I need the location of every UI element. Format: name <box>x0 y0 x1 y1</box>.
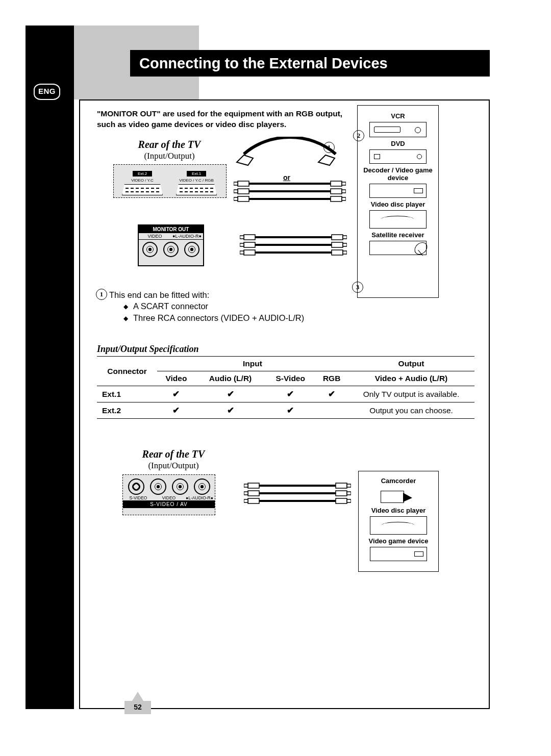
decoder-label: Decoder / Video game device <box>362 167 434 182</box>
svg-rect-5 <box>234 197 238 200</box>
dvd-icon <box>369 149 427 164</box>
disc-label: Video disc player <box>362 201 434 209</box>
row0-name: Ext.1 <box>97 386 157 402</box>
page-number: 52 <box>124 703 151 711</box>
row1-out: Output you can choose. <box>348 402 474 419</box>
svg-rect-24 <box>248 483 259 488</box>
svg-rect-33 <box>347 492 351 495</box>
th-rgb: RGB <box>315 371 348 386</box>
table-row: Ext.2 ✔ ✔ ✔ Output you can choose. <box>97 402 474 419</box>
rca-jack-icon <box>142 242 158 257</box>
spec-heading: Input/Output Specification <box>97 344 199 355</box>
sv-audio: ●L-AUDIO-R● <box>184 495 215 500</box>
game2-label: Video game device <box>363 538 434 545</box>
game-device-icon <box>370 547 427 561</box>
video-disc-icon <box>369 210 427 229</box>
row0-video: ✔ <box>157 386 195 402</box>
row0-audio: ✔ <box>195 386 265 402</box>
language-badge: ENG <box>34 84 60 100</box>
fitted-b: Three RCA connectors (VIDEO + AUDIO-L/R) <box>123 312 304 323</box>
th-svideo: S-Video <box>265 371 315 386</box>
svideo-footer: S-VIDEO / AV <box>123 500 215 508</box>
left-black-strip <box>26 26 74 709</box>
svg-rect-29 <box>244 499 248 502</box>
svg-rect-26 <box>248 491 259 496</box>
svg-rect-6 <box>331 181 342 186</box>
svg-rect-21 <box>343 243 347 246</box>
sat-label: Satellite receiver <box>362 232 434 239</box>
fitted-a: A SCART connector <box>123 300 304 312</box>
svg-rect-34 <box>336 498 347 503</box>
svg-rect-16 <box>244 250 255 255</box>
th-connector: Connector <box>97 357 157 386</box>
svg-rect-35 <box>347 499 351 502</box>
ext2-label: Ext.2 <box>133 171 152 177</box>
svg-rect-1 <box>234 182 238 185</box>
satellite-dish-icon <box>415 242 428 256</box>
svideo-av-panel: S-VIDEO VIDEO ●L-AUDIO-R● S-VIDEO / AV <box>122 474 215 515</box>
svg-rect-11 <box>342 197 346 200</box>
rca-jack-icon <box>184 242 199 257</box>
fitted-lead: This end can be fitted with: <box>109 290 209 299</box>
io-spec-table: Connector Input Output Video Audio (L/R)… <box>97 356 474 419</box>
dvd-label: DVD <box>362 140 434 148</box>
monitor-out-title: MONITOR OUT <box>139 225 203 233</box>
io-sub-1: (Input/Output) <box>118 151 220 161</box>
devices-column-1: VCR DVD Decoder / Video game device Vide… <box>357 105 439 298</box>
page-title: Connecting to the External Devices <box>130 50 490 77</box>
th-audio: Audio (L/R) <box>195 371 265 386</box>
th-input: Input <box>157 357 348 371</box>
svg-rect-9 <box>342 190 346 193</box>
svg-rect-22 <box>332 250 343 255</box>
svg-rect-8 <box>331 189 342 194</box>
mo-audio-l: ●L-AUDIO-R● <box>171 233 203 239</box>
camcorder-label: Camcorder <box>363 477 434 485</box>
th-output: Output <box>348 357 474 371</box>
rear-of-tv-label-2: Rear of the TV <box>122 448 224 460</box>
sv-video: VIDEO <box>154 495 184 500</box>
row1-name: Ext.2 <box>97 402 157 419</box>
rca-jack-icon <box>194 478 210 495</box>
svg-rect-0 <box>238 181 249 186</box>
svg-rect-7 <box>342 182 346 185</box>
svg-rect-30 <box>336 483 347 488</box>
row1-svideo: ✔ <box>265 402 315 419</box>
scart-cable-icon <box>234 137 346 172</box>
svg-rect-27 <box>244 492 248 495</box>
satellite-receiver-icon <box>369 241 427 255</box>
svg-rect-19 <box>343 236 347 239</box>
svg-rect-4 <box>238 196 249 201</box>
ext1-type: VIDEO / Y.C / RGB <box>171 178 222 183</box>
row1-audio: ✔ <box>195 402 265 419</box>
intro-text: "MONITOR OUT" are used for the equipment… <box>97 109 360 130</box>
svg-rect-28 <box>248 498 259 503</box>
scart-connector-icon <box>176 184 217 195</box>
th-video: Video <box>157 371 195 386</box>
rca-jack-icon <box>163 242 179 257</box>
svg-rect-18 <box>332 235 343 240</box>
rca-jack-icon <box>150 478 166 495</box>
monitor-out-diagram: MONITOR OUT VIDEO ●L-AUDIO-R● <box>138 224 204 266</box>
scart-connector-icon <box>122 184 163 195</box>
svg-rect-10 <box>331 196 342 201</box>
vcr-icon <box>369 122 427 137</box>
svg-rect-25 <box>244 484 248 487</box>
th-out: Video + Audio (L/R) <box>348 371 474 386</box>
svg-rect-23 <box>343 251 347 254</box>
rca-cable-upper-icon <box>234 179 346 207</box>
svg-rect-15 <box>240 243 244 246</box>
devices-column-2: Camcorder Video disc player Video game d… <box>358 471 439 572</box>
rear-of-tv-label-1: Rear of the TV <box>118 139 220 150</box>
row0-rgb: ✔ <box>315 386 348 402</box>
callout-1-inline: 1 <box>96 289 107 300</box>
fitted-with-text: This end can be fitted with: A SCART con… <box>109 289 304 323</box>
svg-rect-17 <box>240 251 244 254</box>
svg-rect-14 <box>244 242 255 247</box>
rca-cable-bottom-icon <box>244 481 351 509</box>
row0-svideo: ✔ <box>265 386 315 402</box>
decoder-icon <box>369 184 427 198</box>
svideo-jack-icon <box>128 478 144 495</box>
scart-panel-diagram: Ext.2 VIDEO / Y.C Ext.1 VIDEO / Y.C / RG… <box>113 164 227 198</box>
svg-rect-12 <box>244 235 255 240</box>
ext2-type: VIDEO / Y.C <box>117 178 168 183</box>
